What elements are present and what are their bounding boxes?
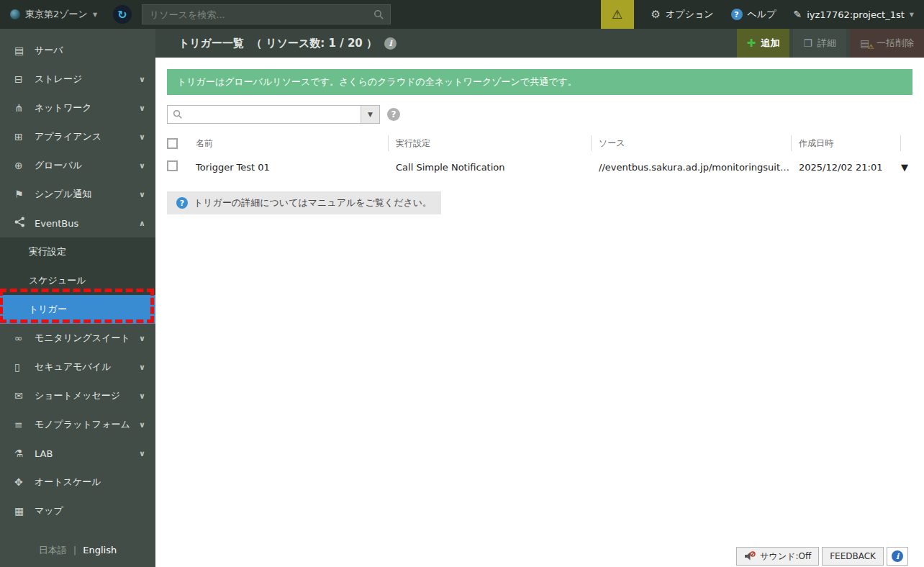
feedback-button[interactable]: FEEDBACK <box>822 547 884 566</box>
chevron-up-icon: ∧ <box>139 219 145 228</box>
sidebar-item-network[interactable]: ⋔ ネットワーク ∨ <box>0 94 155 122</box>
chevron-down-icon: ∨ <box>139 391 145 401</box>
chevron-down-icon: ∨ <box>139 363 145 372</box>
cell-execution-link[interactable]: Call Simple Notification <box>389 162 592 173</box>
page-title: トリガー一覧 <box>178 37 244 50</box>
chevron-down-icon: ∨ <box>139 75 145 84</box>
sidebar-item-monitoring-suite[interactable]: ∞ モニタリングスイート ∨ <box>0 324 155 353</box>
sidebar-item-trigger[interactable]: トリガー <box>0 295 155 324</box>
sidebar-item-eventbus[interactable]: EventBus ∧ <box>0 209 155 237</box>
megaphone-icon: ⚑ <box>14 189 35 200</box>
server-icon: ▤ <box>14 45 35 56</box>
help-icon: ? <box>176 197 188 209</box>
sound-toggle-button[interactable]: サウンド:Off <box>736 547 819 566</box>
info-icon: i <box>892 550 903 562</box>
column-header-execution[interactable]: 実行設定 <box>389 135 592 151</box>
global-search <box>142 4 391 24</box>
chevron-down-icon: ▼ <box>910 12 914 18</box>
chevron-down-icon: ▼ <box>93 12 97 18</box>
language-english[interactable]: English <box>83 545 117 555</box>
filter-input[interactable] <box>183 109 361 120</box>
chevron-down-icon: ∨ <box>139 449 145 458</box>
help-button[interactable]: ? ヘルプ <box>731 8 776 21</box>
language-switcher: 日本語|English <box>0 544 155 557</box>
pen-icon: ✎ <box>793 9 802 20</box>
search-icon <box>173 109 183 119</box>
detail-button[interactable]: ❐ 詳細 <box>793 29 846 58</box>
book-icon: ❐ <box>803 37 812 49</box>
cell-created: 2025/12/02 21:01 <box>792 162 901 173</box>
sidebar-item-global[interactable]: ⊕ グローバル ∨ <box>0 151 155 180</box>
warning-icon: ⚠ <box>868 43 874 50</box>
chevron-down-icon: ∨ <box>139 132 145 142</box>
table-header-row: 名前 実行設定 ソース 作成日時 <box>167 132 912 154</box>
bulk-delete-button[interactable]: ▤⚠ 一括削除 <box>850 29 924 58</box>
info-button[interactable]: i <box>887 547 908 566</box>
sidebar-item-server[interactable]: ▤ サーバ <box>0 36 155 65</box>
cell-name: Torigger Test 01 <box>189 162 389 173</box>
chevron-down-icon: ∨ <box>139 190 145 199</box>
sidebar-item-secure-mobile[interactable]: ▯ セキュアモバイル ∨ <box>0 353 155 381</box>
zone-label: 東京第2ゾーン <box>25 8 88 21</box>
column-header-created[interactable]: 作成日時 <box>792 135 901 151</box>
sidebar-item-lab[interactable]: ⚗ LAB ∨ <box>0 439 155 468</box>
status-bar: サウンド:Off FEEDBACK i <box>736 547 908 566</box>
share-icon <box>14 217 35 230</box>
content-header: トリガー一覧 （ リソース数: 1 / 20 ） i ✚ 追加 ❐ 詳細 ▤⚠ … <box>155 29 924 58</box>
sidebar-item-map[interactable]: ▦ マップ <box>0 496 155 525</box>
options-label: オプション <box>666 8 714 21</box>
globe-icon <box>10 9 20 19</box>
binoculars-icon: ∞ <box>14 332 35 344</box>
gear-icon: ⚙ <box>651 8 661 21</box>
sidebar-item-short-message[interactable]: ✉ ショートメッセージ ∨ <box>0 381 155 410</box>
manual-note-text: トリガーの詳細についてはマニュアルをご覧ください。 <box>194 196 432 209</box>
column-header-source[interactable]: ソース <box>592 135 792 151</box>
network-icon: ⋔ <box>14 102 35 114</box>
sidebar-item-simple-notification[interactable]: ⚑ シンプル通知 ∨ <box>0 180 155 209</box>
column-header-name[interactable]: 名前 <box>189 135 389 151</box>
language-divider: | <box>73 545 76 555</box>
sidebar-item-schedule[interactable]: スケジュール <box>0 266 155 295</box>
language-japanese[interactable]: 日本語 <box>39 545 67 555</box>
flask-icon: ⚗ <box>14 448 35 459</box>
warning-icon: ⚠ <box>612 7 622 22</box>
trigger-table: 名前 実行設定 ソース 作成日時 Torigger Test 01 Call S… <box>167 132 912 180</box>
help-label: ヘルプ <box>748 8 776 21</box>
cell-source: //eventbus.sakura.ad.jp/monitoringsuit… <box>592 162 792 173</box>
resource-count: （ リソース数: 1 / 20 ） <box>251 37 377 50</box>
zone-selector[interactable]: 東京第2ゾーン ▼ <box>0 8 97 21</box>
table-row[interactable]: Torigger Test 01 Call Simple Notificatio… <box>167 154 912 180</box>
search-input[interactable] <box>142 9 390 20</box>
search-icon <box>373 9 384 20</box>
alert-button[interactable]: ⚠ <box>601 0 634 29</box>
filter-help-icon[interactable]: ? <box>387 108 400 121</box>
info-icon[interactable]: i <box>384 37 397 50</box>
filter-dropdown-button[interactable]: ▼ <box>361 106 379 123</box>
globe-icon: ⊕ <box>14 160 35 171</box>
refresh-button[interactable]: ↻ <box>113 5 132 24</box>
sidebar-item-autoscale[interactable]: ✥ オートスケール <box>0 468 155 496</box>
chevron-down-icon: ∨ <box>139 420 145 430</box>
sidebar-item-appliance[interactable]: ⊞ アプライアンス ∨ <box>0 122 155 151</box>
eventbus-submenu: 実行設定 スケジュール トリガー <box>0 237 155 324</box>
filter-row: ▼ ? <box>167 105 912 124</box>
sidebar: ▤ サーバ ⊟ ストレージ ∨ ⋔ ネットワーク ∨ ⊞ アプライアンス ∨ ⊕… <box>0 29 155 567</box>
account-label: iyz17762:project_1st <box>807 9 905 20</box>
sidebar-item-storage[interactable]: ⊟ ストレージ ∨ <box>0 65 155 94</box>
autoscale-icon: ✥ <box>14 476 35 488</box>
sidebar-item-execution-settings[interactable]: 実行設定 <box>0 237 155 266</box>
plus-icon: ✚ <box>747 37 756 50</box>
add-button[interactable]: ✚ 追加 <box>737 29 790 58</box>
speech-bubble-icon: ✉ <box>14 390 35 402</box>
row-actions-dropdown[interactable]: ▼ <box>901 162 912 173</box>
map-icon: ▦ <box>14 505 35 517</box>
mobile-icon: ▯ <box>14 361 35 373</box>
options-button[interactable]: ⚙ オプション <box>651 8 714 21</box>
chevron-down-icon: ∨ <box>139 104 145 113</box>
chevron-down-icon: ∨ <box>139 334 145 343</box>
row-checkbox[interactable] <box>167 160 178 171</box>
help-icon: ? <box>731 9 743 20</box>
sidebar-item-mono-platform[interactable]: ≡ モノプラットフォーム ∨ <box>0 410 155 439</box>
select-all-checkbox[interactable] <box>167 138 178 149</box>
account-menu[interactable]: ✎ iyz17762:project_1st ▼ <box>793 9 924 20</box>
